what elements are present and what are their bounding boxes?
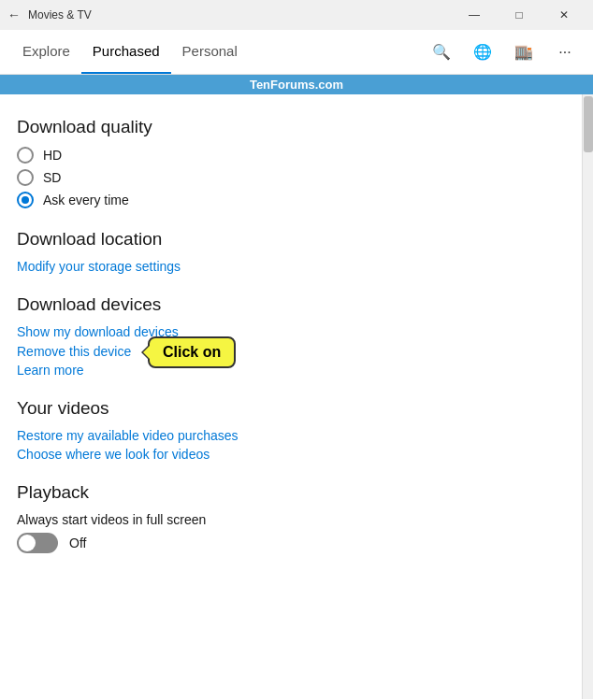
playback-title: Playback — [17, 482, 565, 503]
download-quality-title: Download quality — [17, 117, 565, 137]
watermark: TenForums.com — [0, 75, 593, 94]
radio-sd[interactable]: SD — [17, 169, 565, 186]
content-scroll: Download quality HD SD Ask every time — [0, 94, 582, 699]
toggle-row: Off — [17, 533, 565, 553]
click-tooltip: Click on — [148, 336, 236, 368]
radio-sd-label: SD — [43, 170, 61, 185]
learn-more-link[interactable]: Learn more — [17, 363, 565, 378]
title-bar-title: Movies & TV — [28, 8, 453, 21]
remove-device-link[interactable]: Remove this device — [17, 344, 131, 359]
playback-section: Playback Always start videos in full scr… — [17, 482, 565, 553]
radio-hd-circle — [17, 147, 34, 164]
tab-personal[interactable]: Personal — [171, 30, 249, 74]
maximize-button[interactable]: □ — [498, 0, 541, 30]
modify-storage-link[interactable]: Modify your storage settings — [17, 259, 565, 274]
download-quality-section: Download quality HD SD Ask every time — [17, 117, 565, 208]
close-button[interactable]: ✕ — [542, 0, 586, 30]
store-icon[interactable]: 🏬 — [507, 36, 541, 69]
show-download-devices-link[interactable]: Show my download devices — [17, 324, 565, 339]
radio-ask-label: Ask every time — [43, 193, 129, 207]
nav-icons: 🔍 🌐 🏬 ··· — [425, 36, 582, 69]
download-devices-title: Download devices — [17, 294, 565, 315]
remove-device-wrapper: Remove this device Click on — [17, 344, 131, 363]
tab-explore[interactable]: Explore — [11, 30, 81, 74]
minimize-button[interactable]: — — [453, 0, 496, 30]
your-videos-section: Your videos Restore my available video p… — [17, 398, 565, 462]
nav-bar: Explore Purchased Personal 🔍 🌐 🏬 ··· — [0, 30, 593, 75]
choose-video-location-link[interactable]: Choose where we look for videos — [17, 447, 565, 462]
radio-ask-circle — [17, 192, 34, 208]
download-location-section: Download location Modify your storage se… — [17, 229, 565, 274]
radio-hd[interactable]: HD — [17, 147, 565, 164]
download-quality-options: HD SD Ask every time — [17, 147, 565, 208]
radio-ask-every-time[interactable]: Ask every time — [17, 192, 565, 208]
your-videos-title: Your videos — [17, 398, 565, 419]
content-area: Download quality HD SD Ask every time — [0, 94, 593, 699]
download-devices-section: Download devices Show my download device… — [17, 294, 565, 378]
toggle-state-label: Off — [69, 536, 86, 550]
radio-sd-circle — [17, 169, 34, 186]
scrollbar[interactable] — [582, 94, 593, 699]
download-location-title: Download location — [17, 229, 565, 250]
radio-ask-inner — [22, 196, 29, 204]
title-bar: ← Movies & TV — □ ✕ — [0, 0, 593, 30]
back-button[interactable]: ← — [7, 7, 21, 22]
more-icon[interactable]: ··· — [548, 36, 582, 69]
window-controls: — □ ✕ — [453, 0, 586, 30]
search-icon[interactable]: 🔍 — [425, 36, 458, 69]
fullscreen-toggle[interactable] — [17, 533, 58, 553]
tab-purchased[interactable]: Purchased — [81, 30, 171, 74]
fullscreen-label: Always start videos in full screen — [17, 512, 565, 527]
restore-purchases-link[interactable]: Restore my available video purchases — [17, 428, 565, 443]
account-icon[interactable]: 🌐 — [466, 36, 499, 69]
scrollbar-thumb[interactable] — [584, 96, 593, 152]
radio-hd-label: HD — [43, 148, 62, 163]
toggle-knob — [19, 535, 36, 551]
